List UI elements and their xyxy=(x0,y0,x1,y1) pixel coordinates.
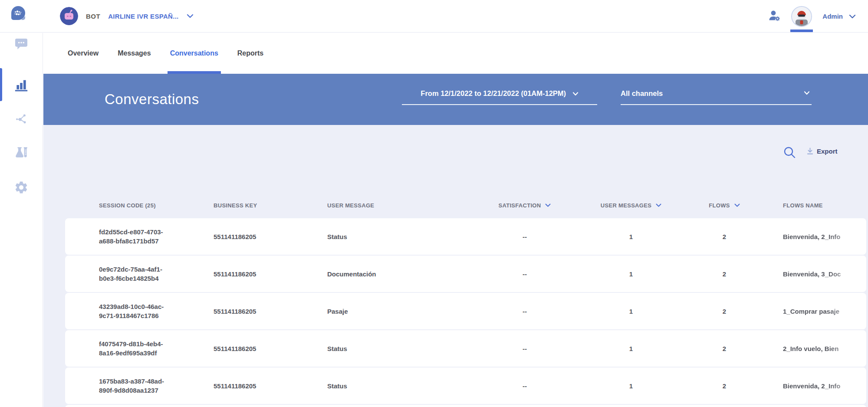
export-label: Export xyxy=(817,148,838,155)
cell-flows-name: Bienvenida, 2_Info xyxy=(766,382,866,390)
lab-flask-icon xyxy=(14,145,29,160)
sidebar-item-conversations[interactable] xyxy=(13,35,30,53)
date-range-value: From 12/1/2022 to 12/21/2022 (01AM-12PM) xyxy=(421,89,566,97)
bot-name: AIRLINE IVR ESPAÑ... xyxy=(108,13,178,20)
cell-user-messages: 1 xyxy=(579,270,683,278)
cell-business-key: 551141186205 xyxy=(214,345,327,352)
cell-session-code: 0e9c72dc-75aa-4af1-b0e3-f6cbe14825b4 xyxy=(65,265,214,283)
sidebar-item-flows[interactable] xyxy=(13,110,30,128)
cell-flows: 2 xyxy=(683,308,766,315)
bar-chart-icon xyxy=(14,78,29,92)
column-header-flows[interactable]: FLOWS xyxy=(683,202,766,209)
sidebar-item-analytics[interactable] xyxy=(13,76,30,94)
table-row[interactable]: 43239ad8-10c0-46ac-9c71-9118467c1786 551… xyxy=(65,293,866,329)
column-header-user-message: USER MESSAGE xyxy=(327,202,470,209)
conversations-panel: Export SESSION CODE (25) BUSINESS KEY US… xyxy=(43,125,868,407)
cell-business-key: 551141186205 xyxy=(214,308,327,315)
cell-flows: 2 xyxy=(683,270,766,278)
column-header-satisfaction[interactable]: SATISFACTION xyxy=(470,202,579,209)
column-header-business-key: BUSINESS KEY xyxy=(214,202,327,209)
cell-user-message: Documentación xyxy=(327,270,470,278)
column-header-session-code: SESSION CODE (25) xyxy=(65,202,214,209)
table-row[interactable]: fd2d55cd-e807-4703-a688-bfa8c171bd57 551… xyxy=(65,218,866,255)
cell-satisfaction: -- xyxy=(470,233,579,240)
cell-user-messages: 1 xyxy=(579,345,683,352)
cell-business-key: 551141186205 xyxy=(214,233,327,240)
column-header-flows-name: FLOWS NAME xyxy=(766,202,866,209)
cell-user-messages: 1 xyxy=(579,233,683,240)
active-user-indicator xyxy=(790,30,813,32)
table-row-partial xyxy=(65,405,866,407)
cell-flows-name: Bienvenida, 3_Doc xyxy=(766,270,866,278)
table-body: fd2d55cd-e807-4703-a688-bfa8c171bd57 551… xyxy=(65,218,866,407)
sidebar-item-testing[interactable] xyxy=(13,144,30,161)
cell-user-messages: 1 xyxy=(579,382,683,390)
cell-user-messages: 1 xyxy=(579,308,683,315)
cell-user-message: Status xyxy=(327,345,470,352)
cell-flows: 2 xyxy=(683,382,766,390)
bot-selector[interactable]: BOT AIRLINE IVR ESPAÑ... xyxy=(60,5,194,27)
channel-filter-value: All channels xyxy=(621,89,663,97)
cell-business-key: 551141186205 xyxy=(214,382,327,390)
cell-session-code: f4075479-d81b-4eb4-8a16-9edf695a39df xyxy=(65,339,214,358)
tab-messages[interactable]: Messages xyxy=(117,33,152,74)
platform-logo-icon[interactable] xyxy=(11,6,26,20)
export-button[interactable]: Export xyxy=(806,148,838,155)
tab-reports[interactable]: Reports xyxy=(237,33,264,74)
cell-session-code: 1675ba83-a387-48ad-890f-9d8d08aa1237 xyxy=(65,377,214,395)
network-icon xyxy=(14,112,28,126)
cell-flows-name: Bienvenida, 2_Info xyxy=(766,233,866,240)
search-icon xyxy=(783,145,796,159)
cell-satisfaction: -- xyxy=(470,270,579,278)
cell-flows: 2 xyxy=(683,345,766,352)
cell-user-message: Status xyxy=(327,382,470,390)
search-button[interactable] xyxy=(781,144,798,161)
sort-chevron-icon xyxy=(545,204,551,207)
content: Overview Messages Conversations Reports … xyxy=(43,33,868,407)
cell-flows: 2 xyxy=(683,233,766,240)
cell-satisfaction: -- xyxy=(470,345,579,352)
cell-business-key: 551141186205 xyxy=(214,270,327,278)
sidebar xyxy=(0,33,43,407)
table-row[interactable]: 0e9c72dc-75aa-4af1-b0e3-f6cbe14825b4 551… xyxy=(65,256,866,292)
cell-flows-name: 2_Info vuelo, Bien xyxy=(766,345,866,352)
header-band: Conversations From 12/1/2022 to 12/21/20… xyxy=(43,74,868,125)
user-avatar[interactable] xyxy=(790,0,813,33)
sort-chevron-icon xyxy=(656,204,661,207)
chevron-down-icon xyxy=(804,91,810,95)
cell-satisfaction: -- xyxy=(470,382,579,390)
cell-flows-name: 1_Comprar pasaje xyxy=(766,308,866,315)
sort-chevron-icon xyxy=(734,204,740,207)
admin-menu[interactable]: Admin xyxy=(822,13,856,20)
cell-user-message: Status xyxy=(327,233,470,240)
cell-session-code: fd2d55cd-e807-4703-a688-bfa8c171bd57 xyxy=(65,227,214,246)
tab-overview[interactable]: Overview xyxy=(67,33,99,74)
table-header: SESSION CODE (25) BUSINESS KEY USER MESS… xyxy=(65,199,866,212)
top-bar: BOT AIRLINE IVR ESPAÑ... xyxy=(0,0,868,33)
table-row[interactable]: f4075479-d81b-4eb4-8a16-9edf695a39df 551… xyxy=(65,330,866,367)
channel-filter[interactable]: All channels xyxy=(621,89,812,105)
table-row[interactable]: 1675ba83-a387-48ad-890f-9d8d08aa1237 551… xyxy=(65,368,866,404)
sidebar-item-settings[interactable] xyxy=(13,179,30,196)
column-header-user-messages[interactable]: USER MESSAGES xyxy=(579,202,683,209)
tabs-bar: Overview Messages Conversations Reports xyxy=(43,33,868,74)
active-nav-indicator xyxy=(0,68,2,101)
tab-conversations[interactable]: Conversations xyxy=(169,33,219,74)
chat-bubble-icon xyxy=(14,37,28,51)
cell-user-message: Pasaje xyxy=(327,308,470,315)
gear-icon xyxy=(14,180,29,195)
bot-type-label: BOT xyxy=(86,13,100,20)
chevron-down-icon xyxy=(187,14,194,18)
user-settings-icon[interactable] xyxy=(768,9,781,24)
download-icon xyxy=(806,148,814,155)
cell-session-code: 43239ad8-10c0-46ac-9c71-9118467c1786 xyxy=(65,302,214,320)
bot-avatar xyxy=(60,7,78,25)
chevron-down-icon xyxy=(572,92,579,96)
page-title: Conversations xyxy=(105,91,199,108)
cell-satisfaction: -- xyxy=(470,308,579,315)
chevron-down-icon xyxy=(849,14,856,19)
date-range-filter[interactable]: From 12/1/2022 to 12/21/2022 (01AM-12PM) xyxy=(402,89,597,105)
admin-label: Admin xyxy=(822,13,843,20)
